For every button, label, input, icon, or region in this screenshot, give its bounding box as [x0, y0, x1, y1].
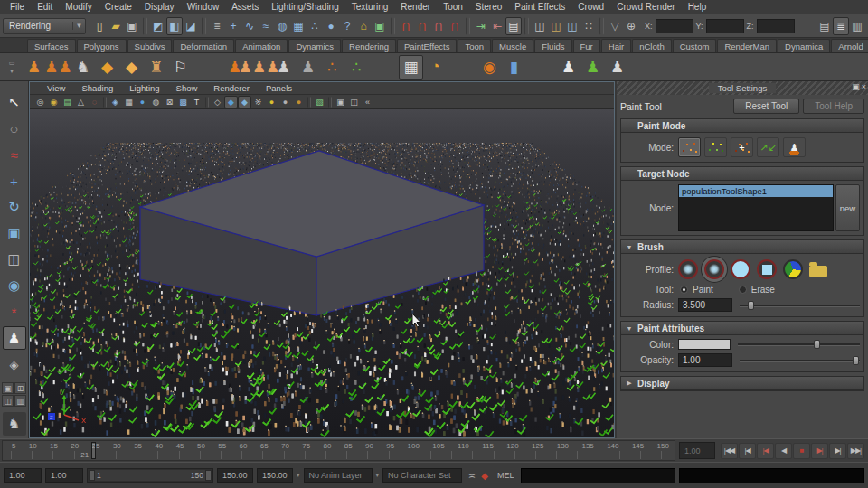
set-key-icon[interactable]: ≍ [466, 469, 478, 482]
construction-history-icon[interactable]: ▤ [505, 17, 522, 35]
entity-gizmo-icon[interactable]: ♟ [271, 55, 296, 80]
render-settings-icon[interactable]: ◫ [564, 17, 580, 35]
field-chart-icon[interactable]: ◍ [149, 96, 163, 108]
input-connection-icon[interactable]: ⇥ [473, 17, 489, 35]
separator[interactable] [466, 17, 470, 35]
shelf-tab[interactable]: Toon [458, 39, 491, 52]
viewport-canvas[interactable] [30, 109, 614, 437]
menu-item[interactable]: Render [394, 2, 437, 12]
single-pane-layout-icon[interactable]: ▣ [2, 382, 14, 394]
select-deformations-mask-icon[interactable]: ▦ [290, 17, 307, 35]
output-connection-icon[interactable]: ⇤ [489, 17, 505, 35]
shelf-tab[interactable]: Muscle [492, 39, 533, 52]
population-paint-tool-icon[interactable]: ♟ [3, 326, 26, 350]
chevron-down-icon[interactable]: ▾ [376, 472, 380, 479]
simulation-cache-icon[interactable]: ▦ [399, 55, 423, 80]
select-hierarchy-icon[interactable]: ◩ [150, 17, 166, 35]
menu-item[interactable]: Modify [59, 2, 98, 12]
erase-radio-label[interactable]: Erase [751, 285, 775, 295]
motion-clip-icon[interactable]: ♞ [71, 55, 95, 80]
select-points-mask-icon[interactable]: + [225, 17, 241, 35]
soft-mod-tool-icon[interactable]: ◉ [3, 274, 26, 297]
highlight-selection-icon[interactable]: ≡ [209, 17, 225, 35]
orbit-field-icon[interactable]: ◉ [477, 55, 502, 80]
radius-slider[interactable] [740, 300, 860, 311]
menu-item[interactable]: File [4, 2, 31, 12]
float-panel-icon[interactable]: ▣ [852, 82, 860, 91]
step-forward-key-button[interactable]: ▶| [811, 443, 828, 459]
menu-item[interactable]: Texturing [345, 2, 395, 12]
safe-title-icon[interactable]: ▩ [176, 96, 190, 108]
chevron-down-icon[interactable]: ▾ [297, 472, 300, 479]
lasso-tool-icon[interactable]: ◌ [3, 117, 26, 140]
walk-mode-icon[interactable]: ♟ [783, 137, 806, 157]
menu-item[interactable]: Create [99, 2, 138, 12]
stop-button[interactable]: ■ [793, 443, 810, 459]
shelf-tab[interactable]: Deformation [173, 39, 234, 52]
paint-mode-header[interactable]: Paint Mode [621, 119, 863, 133]
step-back-key-button[interactable]: |◀ [757, 443, 774, 459]
lock-camera-icon[interactable]: ◉ [47, 96, 61, 108]
render-flags-icon[interactable]: ∷ [580, 17, 597, 35]
shelf-tab[interactable]: Fluids [534, 39, 571, 52]
select-joints-mask-icon[interactable]: ∿ [241, 17, 258, 35]
frame-text-icon[interactable]: T [190, 96, 203, 108]
gaussian-brush-icon[interactable] [678, 259, 698, 279]
command-line-input[interactable] [521, 468, 675, 483]
menu-item[interactable]: Help [682, 2, 713, 12]
stopwatch-icon[interactable]: ◔ [423, 55, 448, 80]
shelf-tab[interactable]: Animation [235, 39, 288, 52]
menu-item[interactable]: Crowd [571, 2, 610, 12]
separator[interactable] [450, 55, 475, 80]
solid-brush-icon[interactable] [731, 259, 750, 279]
browse-brush-folder-icon[interactable] [809, 266, 827, 277]
resolution-gate-icon[interactable]: ▦ [122, 96, 136, 108]
select-surfaces-mask-icon[interactable]: ◍ [274, 17, 290, 35]
separator[interactable] [524, 17, 529, 35]
menu-item[interactable]: Toon [437, 2, 469, 12]
current-frame-marker[interactable] [91, 442, 96, 459]
shelf-tab[interactable]: Dynamics [288, 39, 341, 52]
menu-item[interactable]: Assets [225, 2, 265, 12]
walk-export-icon[interactable]: ♟ [605, 55, 629, 80]
snap-live-icon[interactable]: ▣ [372, 17, 388, 35]
walk-paint-icon[interactable]: ♟ [556, 55, 580, 80]
textured-mode-icon[interactable]: ◆ [238, 96, 251, 108]
panel-menu-item[interactable]: Shading [73, 83, 121, 93]
universal-manipulator-tool-icon[interactable]: ◫ [3, 248, 26, 271]
character-pair-icon[interactable]: ♟♟ [46, 55, 71, 80]
node-list-item[interactable]: populationToolShape1 [679, 185, 833, 197]
color-slider[interactable] [738, 339, 860, 350]
place-mode-icon[interactable]: + [731, 137, 753, 157]
pane-layout-menu-icon[interactable]: ◈ [3, 352, 26, 376]
vector-mode-icon[interactable]: ↗↙ [757, 137, 779, 157]
play-backwards-button[interactable]: ◀ [775, 443, 792, 459]
character-maker-icon[interactable]: ♟ [22, 55, 46, 80]
copy-view-icon[interactable]: ◫ [347, 96, 361, 108]
new-node-button[interactable]: new [835, 184, 860, 231]
anim-layer-selector[interactable]: No Anim Layer [304, 468, 373, 483]
shelf-tab[interactable]: Custom [673, 39, 717, 52]
range-handle-left[interactable] [89, 470, 95, 481]
animation-start-field[interactable]: 1.00 [4, 468, 42, 483]
menu-item[interactable]: Crowd Render [610, 2, 681, 12]
shelf-tab[interactable]: Fur [573, 39, 600, 52]
hypergraph-panel-icon[interactable]: ♞ [3, 412, 26, 436]
separator[interactable] [195, 55, 220, 80]
attribute-editor-toggle-icon[interactable]: ▤ [816, 17, 833, 35]
snap-to-curves-icon[interactable]: U [414, 17, 430, 35]
share-view-icon[interactable]: « [361, 96, 374, 108]
no-light-icon[interactable]: ● [292, 96, 306, 108]
menu-item[interactable]: Display [138, 2, 181, 12]
separator[interactable] [205, 97, 209, 108]
film-gate-icon[interactable]: ◈ [108, 96, 122, 108]
tool-settings-toggle-icon[interactable]: ≣ [833, 17, 849, 35]
brush-header[interactable]: ▼ Brush [621, 240, 863, 254]
range-slider[interactable]: 1 150 [87, 468, 213, 483]
lock-selection-icon[interactable]: ⌂ [355, 17, 372, 35]
outliner-pane-layout-icon[interactable]: ▥ [14, 395, 26, 407]
separator[interactable] [599, 17, 604, 35]
paint-plane-icon[interactable]: ◆ [119, 55, 144, 80]
separator[interactable] [143, 17, 147, 35]
stamp-icon[interactable]: ♜ [144, 55, 168, 80]
